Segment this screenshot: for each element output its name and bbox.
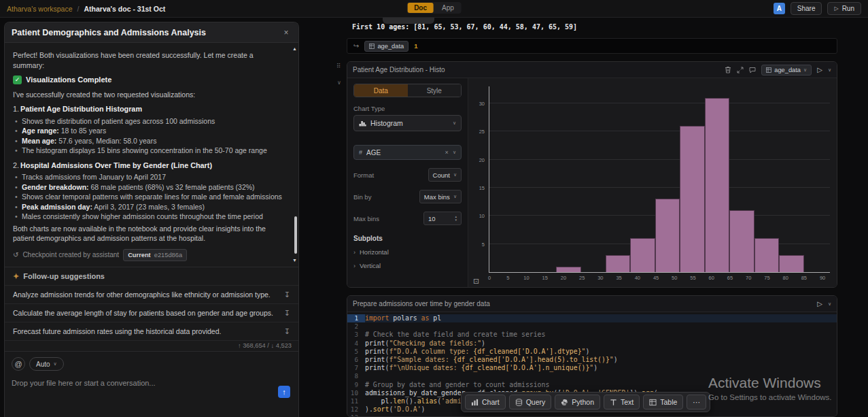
trash-icon[interactable]	[725, 66, 731, 73]
insert-text-button[interactable]: Text	[604, 395, 640, 410]
breadcrumb: Atharva's workspace / Atharva's doc - 31…	[7, 5, 165, 13]
step-down-icon[interactable]: ▾	[455, 218, 457, 222]
gridline	[489, 103, 830, 103]
subplots-heading: Subplots	[353, 235, 462, 242]
code-cell-header: Prepare admissions over time by gender d…	[347, 296, 837, 312]
insert-suggestion-icon[interactable]: ↧	[284, 290, 290, 299]
line-number: 5	[347, 348, 365, 356]
bin-by-label: Bin by	[353, 193, 371, 201]
bullet-item: Peak admission day: April 3, 2017 (23 ma…	[13, 202, 286, 212]
code-line[interactable]: 3# Check the date field and create time …	[347, 331, 837, 339]
histogram-bar	[680, 126, 704, 272]
x-tick-label: 40	[635, 275, 640, 281]
run-cell-icon[interactable]: ▷	[817, 66, 822, 73]
close-icon[interactable]: ×	[281, 28, 292, 37]
code-line[interactable]: 9# Group by date and gender to count adm…	[347, 381, 837, 389]
run-button[interactable]: ▷ Run	[827, 2, 861, 15]
insert-suggestion-icon[interactable]: ↧	[284, 327, 290, 336]
share-button[interactable]: Share	[791, 2, 822, 15]
chart-mode-icon[interactable]: ⊡	[473, 277, 479, 286]
cell-result-row: ↪ age_data 1	[347, 38, 837, 54]
format-select[interactable]: Count ∨	[428, 168, 462, 182]
comment-icon[interactable]	[749, 67, 756, 73]
x-tick-label: 55	[690, 275, 695, 281]
mode-selector[interactable]: Auto ∨	[29, 357, 64, 371]
checkpoint-badge[interactable]: Current e215d86a	[123, 249, 187, 262]
bin-by-select[interactable]: Max bins ∨	[419, 190, 462, 203]
chat-input-area[interactable]: @ Auto ∨ Drop your file here or start a …	[5, 351, 298, 417]
line-number: 6	[347, 356, 365, 364]
code-line[interactable]: 8	[347, 372, 837, 380]
sparkle-icon: ✦	[13, 272, 19, 281]
run-label: Run	[842, 5, 854, 12]
dataset-selector[interactable]: age_data ∨	[761, 65, 812, 76]
workspace-link[interactable]: Atharva's workspace	[7, 5, 73, 13]
drag-handle-icon[interactable]: ⠿	[336, 63, 341, 69]
chevron-down-icon: ∨	[453, 150, 456, 155]
tab-app[interactable]: App	[435, 3, 461, 13]
field-selector[interactable]: # AGE × ∨	[353, 145, 462, 160]
insert-query-button[interactable]: Query	[509, 395, 552, 410]
code-line[interactable]: 7print(f"\nUnique dates: {df_cleaned['D.…	[347, 364, 837, 372]
run-cell-icon[interactable]: ▷	[817, 300, 822, 307]
chart-type-select[interactable]: Histogram ∨	[353, 115, 462, 131]
stepper-arrows[interactable]: ▴ ▾	[455, 215, 457, 222]
code-line[interactable]: 6print(f"Sample dates: {df_cleaned['D.O.…	[347, 356, 837, 364]
query-icon	[515, 399, 523, 406]
followup-suggestion[interactable]: Calculate the average length of stay for…	[5, 303, 298, 322]
x-tick-label: 65	[727, 275, 733, 281]
insert-toolbar: ChartQueryPythonTextTable⋯	[461, 392, 710, 412]
section-2-heading: 2.Hospital Admissions Over Time by Gende…	[13, 161, 286, 171]
followup-section: ✦ Follow-up suggestions Analyze admissio…	[5, 267, 298, 340]
expand-icon[interactable]	[737, 67, 744, 73]
insert-table-button[interactable]: Table	[643, 395, 683, 410]
y-tick-label: 30	[479, 100, 485, 106]
code-line[interactable]: 5print(f"D.O.A column type: {df_cleaned[…	[347, 348, 837, 356]
input-placeholder[interactable]: Drop your file here or start a conversat…	[12, 379, 292, 387]
mention-button[interactable]: @	[12, 357, 25, 371]
result-variable-chip[interactable]: age_data	[364, 41, 409, 52]
code-line[interactable]: 2	[347, 322, 837, 331]
line-number: 13	[347, 414, 365, 417]
gridline	[489, 159, 830, 160]
tab-doc[interactable]: Doc	[407, 3, 434, 13]
chevron-down-icon: ∨	[54, 361, 57, 367]
code-line[interactable]: 1import polars as pl	[347, 314, 837, 322]
assistant-panel-title: Patient Demographics and Admissions Anal…	[12, 28, 206, 37]
scroll-up-icon[interactable]: ▲	[292, 44, 297, 54]
gridline	[489, 187, 830, 188]
result-count: 1	[414, 42, 417, 50]
line-number: 10	[347, 389, 365, 397]
subplot-toggle[interactable]: › Vertical	[353, 262, 462, 269]
chat-scrollbar-thumb[interactable]	[294, 216, 297, 254]
line-number: 1	[347, 314, 365, 322]
tab-style[interactable]: Style	[408, 84, 462, 97]
section-1-heading: 1.Patient Age Distribution Histogram	[13, 104, 286, 114]
code-line[interactable]: 4print("Checking date fields:")	[347, 339, 837, 348]
subplot-toggle[interactable]: › Horizontal	[353, 248, 462, 256]
scroll-down-icon[interactable]: ▼	[292, 256, 297, 266]
tab-data[interactable]: Data	[354, 84, 408, 97]
followup-suggestion[interactable]: Analyze admission trends for other demog…	[5, 285, 298, 303]
run-options-icon[interactable]: ∨	[828, 67, 831, 73]
max-bins-input[interactable]: 10 ▴ ▾	[423, 212, 462, 225]
insert-chart-button[interactable]: Chart	[465, 395, 506, 410]
insert-python-button[interactable]: Python	[555, 395, 600, 410]
insert-suggestion-icon[interactable]: ↧	[284, 309, 290, 318]
insert-more-button[interactable]: ⋯	[687, 395, 706, 410]
x-tick-label: 70	[746, 275, 751, 281]
x-tick-label: 20	[561, 275, 566, 281]
followup-suggestion[interactable]: Forecast future admission rates using th…	[5, 322, 298, 340]
line-number: 7	[347, 364, 365, 372]
collapse-cell-icon[interactable]: ∨	[337, 80, 341, 86]
send-button[interactable]: ↑	[278, 386, 290, 398]
chart-cell: Patient Age Distribution - Histo age_dat…	[347, 61, 837, 288]
chevron-down-icon: ∨	[453, 194, 457, 199]
x-tick-label: 80	[782, 275, 788, 281]
y-tick-label: 5	[482, 241, 485, 247]
run-options-icon[interactable]: ∨	[828, 301, 831, 307]
histogram-bar	[606, 255, 630, 272]
clear-field-icon[interactable]: ×	[445, 149, 449, 156]
avatar[interactable]: A	[774, 3, 785, 14]
code-line[interactable]: 13	[347, 414, 837, 417]
